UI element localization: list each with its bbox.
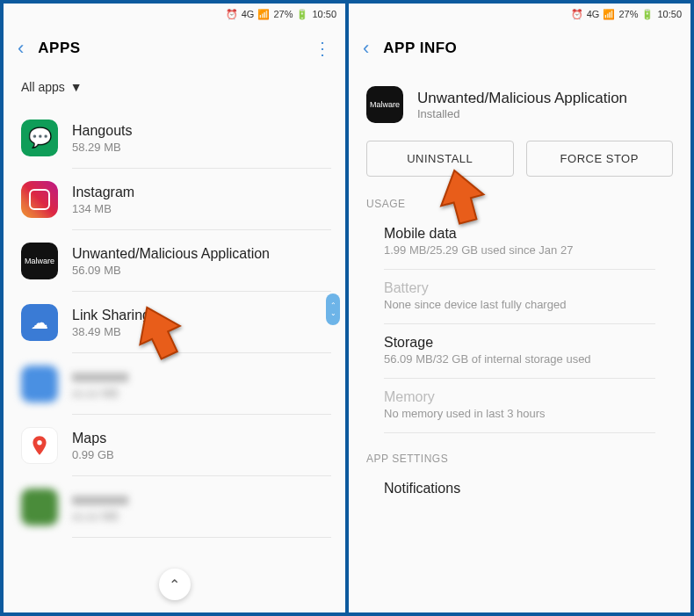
- filter-label: All apps: [21, 80, 65, 94]
- notifications-row[interactable]: Notifications: [384, 470, 655, 511]
- signal-icon: 📶: [257, 9, 270, 20]
- row-sub: None since device last fully charged: [384, 298, 655, 311]
- app-name: xxxxxxxx: [72, 369, 128, 385]
- back-icon[interactable]: ‹: [18, 37, 24, 60]
- row-title: Storage: [384, 335, 655, 351]
- back-icon[interactable]: ‹: [363, 37, 369, 60]
- header: ‹ APPS ⋮: [4, 25, 345, 72]
- row-title: Battery: [384, 280, 655, 296]
- app-size: xx.xx MB: [72, 387, 128, 400]
- network-icon: 4G: [587, 9, 600, 19]
- app-row-instagram[interactable]: Instagram 134 MB: [4, 169, 345, 230]
- row-sub: 1.99 MB/25.29 GB used since Jan 27: [384, 243, 655, 257]
- hangouts-icon: 💬: [21, 120, 58, 156]
- instagram-icon: [21, 181, 58, 218]
- battery-text: 27%: [273, 9, 293, 19]
- blurred-icon: [21, 366, 58, 402]
- app-info-screen: ⏰ 4G 📶 27% 🔋 10:50 ‹ APP INFO Malware Un…: [349, 4, 690, 612]
- mobile-data-row[interactable]: Mobile data 1.99 MB/25.29 GB used since …: [384, 215, 655, 270]
- row-sub: 56.09 MB/32 GB of internal storage used: [384, 352, 655, 366]
- malware-icon: Malware: [21, 243, 58, 279]
- app-size: 134 MB: [72, 202, 134, 215]
- app-settings-label: APP SETTINGS: [349, 449, 690, 470]
- app-size: xx.xx MB: [72, 510, 128, 523]
- page-title: APP INFO: [383, 40, 457, 57]
- row-title: Memory: [384, 389, 655, 405]
- app-info-header: Malware Unwanted/Malicious Application I…: [349, 72, 690, 141]
- app-name: xxxxxxxx: [72, 492, 128, 508]
- maps-icon: [21, 427, 58, 464]
- alarm-icon: ⏰: [571, 9, 583, 20]
- battery-row: Battery None since device last fully cha…: [384, 270, 655, 324]
- page-title: APPS: [38, 40, 80, 57]
- app-name: Instagram: [72, 185, 134, 200]
- row-title: Mobile data: [384, 226, 655, 242]
- clock: 10:50: [312, 9, 336, 19]
- app-row-maps[interactable]: Maps 0.99 GB: [4, 415, 345, 476]
- blurred-icon: [21, 489, 58, 525]
- chevron-down-icon: ▼: [70, 80, 83, 94]
- signal-icon: 📶: [603, 9, 615, 20]
- alarm-icon: ⏰: [226, 9, 238, 20]
- filter-dropdown[interactable]: All apps ▼: [21, 80, 83, 94]
- app-row-blurred[interactable]: xxxxxxxx xx.xx MB: [4, 353, 345, 415]
- malware-icon: Malware: [366, 86, 403, 123]
- app-status: Installed: [417, 107, 627, 120]
- apps-screen: ⏰ 4G 📶 27% 🔋 10:50 ‹ APPS ⋮ All apps ▼ 💬…: [4, 4, 345, 612]
- more-icon[interactable]: ⋮: [314, 38, 331, 59]
- scroll-top-button[interactable]: ⌃: [159, 569, 191, 600]
- battery-icon: 🔋: [296, 9, 308, 20]
- app-title: Unwanted/Malicious Application: [417, 90, 627, 107]
- app-size: 58.29 MB: [72, 141, 133, 154]
- memory-row: Memory No memory used in last 3 hours: [384, 379, 655, 433]
- app-name: Unwanted/Malicious Application: [72, 246, 270, 262]
- header: ‹ APP INFO: [349, 25, 690, 72]
- battery-text: 27%: [618, 9, 638, 19]
- status-bar: ⏰ 4G 📶 27% 🔋 10:50: [4, 4, 345, 25]
- app-row-malicious[interactable]: Malware Unwanted/Malicious Application 5…: [4, 230, 345, 292]
- row-sub: No memory used in last 3 hours: [384, 407, 655, 420]
- app-size: 0.99 GB: [72, 448, 114, 461]
- app-list[interactable]: 💬 Hangouts 58.29 MB Instagram 134 MB Mal…: [4, 107, 345, 612]
- app-row-hangouts[interactable]: 💬 Hangouts 58.29 MB: [4, 107, 345, 169]
- link-sharing-icon: ☁: [21, 304, 58, 341]
- app-size: 56.09 MB: [72, 264, 270, 277]
- app-row-linksharing[interactable]: ☁ Link Sharing 38.49 MB: [4, 292, 345, 353]
- app-row-blurred[interactable]: xxxxxxxx xx.xx MB: [4, 476, 345, 538]
- status-bar: ⏰ 4G 📶 27% 🔋 10:50: [349, 4, 690, 25]
- clock: 10:50: [657, 9, 682, 19]
- battery-icon: 🔋: [641, 9, 654, 20]
- scroll-indicator[interactable]: ⌃⌄: [326, 294, 340, 325]
- svg-point-0: [37, 440, 41, 445]
- force-stop-button[interactable]: FORCE STOP: [526, 141, 674, 177]
- row-title: Notifications: [384, 481, 655, 496]
- app-name: Maps: [72, 431, 114, 446]
- uninstall-button[interactable]: UNINSTALL: [366, 141, 514, 177]
- storage-row[interactable]: Storage 56.09 MB/32 GB of internal stora…: [384, 324, 655, 379]
- network-icon: 4G: [242, 9, 255, 19]
- app-size: 38.49 MB: [72, 325, 150, 338]
- usage-label: USAGE: [349, 194, 690, 215]
- app-name: Link Sharing: [72, 308, 150, 323]
- app-name: Hangouts: [72, 123, 133, 139]
